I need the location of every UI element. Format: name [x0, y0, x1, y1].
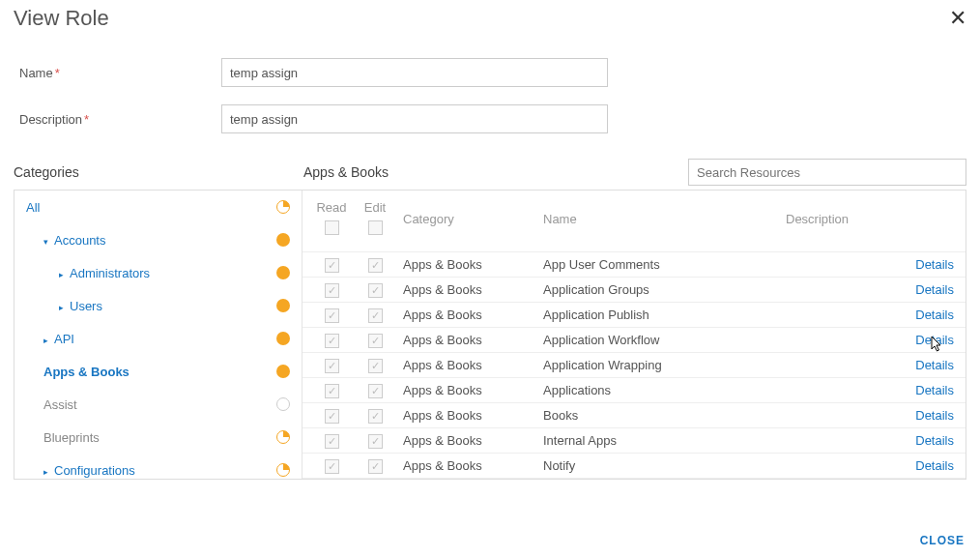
edit-checkbox[interactable]: ✓: [368, 258, 383, 273]
cell-name: Application Groups: [537, 278, 780, 303]
sidebar-item-label: Apps & Books: [43, 365, 130, 379]
table-row: ✓✓Apps & BooksApplication PublishDetails: [303, 303, 966, 328]
sidebar-item-label: Assist: [43, 397, 77, 412]
sidebar-item-label: All: [26, 200, 40, 215]
edit-checkbox[interactable]: ✓: [368, 459, 383, 474]
edit-checkbox[interactable]: ✓: [368, 359, 383, 373]
cell-description: [780, 353, 896, 378]
read-checkbox[interactable]: ✓: [325, 459, 339, 474]
cell-name: Books: [537, 403, 780, 428]
table-row: ✓✓Apps & BooksNotifyDetails: [303, 454, 966, 479]
read-all-checkbox[interactable]: [325, 220, 339, 235]
sidebar-item-label: Configurations: [54, 463, 135, 478]
status-pie-icon: [276, 299, 290, 312]
close-icon[interactable]: ✕: [949, 6, 966, 31]
sidebar-item-configurations[interactable]: ▸Configurations: [14, 454, 302, 479]
details-link[interactable]: Details: [915, 433, 954, 448]
resources-table-area[interactable]: Read Edit Category Name Description ✓✓Ap…: [303, 191, 966, 479]
cell-category: Apps & Books: [397, 303, 537, 328]
cell-category: Apps & Books: [397, 403, 537, 428]
cell-category: Apps & Books: [397, 252, 537, 278]
sidebar-item-all[interactable]: All: [14, 191, 302, 223]
chevron-right-icon: ▸: [59, 270, 64, 279]
edit-checkbox[interactable]: ✓: [368, 283, 383, 298]
sidebar-item-administrators[interactable]: ▸Administrators: [14, 256, 302, 289]
table-row: ✓✓Apps & BooksApplicationsDetails: [303, 378, 966, 403]
name-label: Name*: [14, 66, 221, 80]
cell-description: [780, 454, 896, 479]
details-link[interactable]: Details: [915, 383, 954, 397]
read-checkbox[interactable]: ✓: [325, 258, 339, 273]
sidebar-item-blueprints[interactable]: Blueprints: [14, 421, 302, 454]
description-field[interactable]: [221, 104, 608, 133]
sidebar-item-label: Administrators: [70, 266, 150, 280]
chevron-right-icon: ▸: [43, 467, 48, 477]
table-row: ✓✓Apps & BooksApplication GroupsDetails: [303, 278, 966, 303]
col-category: Category: [397, 191, 537, 252]
edit-checkbox[interactable]: ✓: [368, 384, 383, 398]
status-pie-icon: [276, 332, 290, 345]
edit-checkbox[interactable]: ✓: [368, 334, 383, 348]
sidebar-item-assist[interactable]: Assist: [14, 388, 302, 421]
details-link[interactable]: Details: [915, 333, 954, 347]
cell-category: Apps & Books: [397, 454, 537, 479]
sidebar-item-label: Blueprints: [43, 430, 100, 445]
sidebar-item-api[interactable]: ▸API: [14, 322, 302, 355]
read-checkbox[interactable]: ✓: [325, 359, 339, 373]
edit-all-checkbox[interactable]: [368, 220, 383, 235]
cell-description: [780, 328, 896, 353]
close-button[interactable]: CLOSE: [920, 534, 965, 547]
details-link[interactable]: Details: [915, 408, 954, 423]
cell-description: [780, 278, 896, 303]
read-checkbox[interactable]: ✓: [325, 308, 339, 323]
table-row: ✓✓Apps & BooksApplication WorkflowDetail…: [303, 328, 966, 353]
cell-category: Apps & Books: [397, 278, 537, 303]
status-pie-icon: [276, 430, 290, 444]
cell-category: Apps & Books: [397, 378, 537, 403]
read-checkbox[interactable]: ✓: [325, 409, 339, 424]
chevron-right-icon: ▸: [59, 303, 64, 312]
details-link[interactable]: Details: [915, 458, 954, 473]
sidebar-item-apps-books[interactable]: Apps & Books: [14, 355, 302, 388]
details-link[interactable]: Details: [915, 358, 954, 372]
status-pie-icon: [276, 233, 290, 247]
col-name: Name: [537, 191, 780, 252]
categories-sidebar[interactable]: All▾Accounts▸Administrators▸Users▸APIApp…: [14, 191, 303, 479]
cell-name: Application Publish: [537, 303, 780, 328]
edit-checkbox[interactable]: ✓: [368, 434, 383, 449]
name-field[interactable]: [221, 58, 608, 87]
table-row: ✓✓Apps & BooksBooksDetails: [303, 403, 966, 428]
sidebar-item-accounts[interactable]: ▾Accounts: [14, 223, 302, 256]
details-link[interactable]: Details: [915, 257, 954, 272]
cell-name: App User Comments: [537, 252, 780, 278]
sidebar-item-users[interactable]: ▸Users: [14, 289, 302, 322]
cell-category: Apps & Books: [397, 328, 537, 353]
chevron-down-icon: ▾: [43, 237, 48, 247]
read-checkbox[interactable]: ✓: [325, 334, 339, 348]
chevron-right-icon: ▸: [43, 336, 48, 345]
edit-checkbox[interactable]: ✓: [368, 409, 383, 424]
cell-name: Internal Apps: [537, 428, 780, 454]
status-pie-icon: [276, 463, 290, 477]
search-input[interactable]: [688, 159, 966, 186]
read-checkbox[interactable]: ✓: [325, 283, 339, 298]
cell-name: Applications: [537, 378, 780, 403]
details-link[interactable]: Details: [915, 308, 954, 322]
apps-books-heading: Apps & Books: [303, 164, 688, 180]
status-pie-icon: [276, 365, 290, 378]
status-pie-icon: [276, 266, 290, 279]
cell-description: [780, 378, 896, 403]
page-title: View Role: [14, 6, 109, 31]
cell-description: [780, 252, 896, 278]
sidebar-item-label: Users: [70, 299, 102, 313]
read-checkbox[interactable]: ✓: [325, 384, 339, 398]
edit-checkbox[interactable]: ✓: [368, 308, 383, 323]
description-label: Description*: [14, 112, 221, 127]
details-link[interactable]: Details: [915, 282, 954, 297]
cell-name: Notify: [537, 454, 780, 479]
cell-description: [780, 303, 896, 328]
read-checkbox[interactable]: ✓: [325, 434, 339, 449]
categories-heading: Categories: [14, 164, 303, 180]
cell-name: Application Wrapping: [537, 353, 780, 378]
col-read: Read: [303, 191, 353, 252]
